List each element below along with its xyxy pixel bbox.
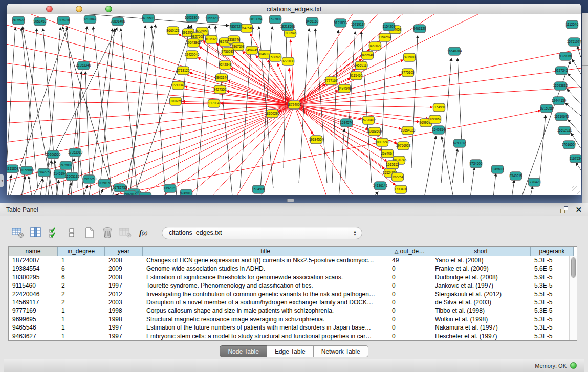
table-row[interactable]: 977716911998Corpus callosum shape and si… [9, 307, 577, 315]
graph-node[interactable]: 19218506 [280, 23, 295, 31]
graph-node[interactable]: 9756085 [222, 48, 234, 56]
graph-node[interactable]: 9465546 [361, 51, 374, 59]
graph-node[interactable]: 9245012 [180, 189, 193, 195]
graph-node[interactable]: 15720407 [361, 116, 376, 124]
minimize-window-icon[interactable] [76, 6, 82, 12]
table-row[interactable]: 1830029562008Estimation of significance … [9, 273, 577, 281]
citation-edge[interactable] [294, 14, 458, 105]
graph-node[interactable]: 9777169 [325, 77, 338, 85]
graph-node[interactable]: 8427552 [214, 85, 227, 94]
graph-node[interactable]: 1045603 [491, 165, 504, 173]
graph-node[interactable]: 11156889 [19, 166, 34, 174]
graph-edge[interactable] [62, 27, 115, 195]
graph-node[interactable]: 19654923 [401, 126, 416, 135]
graph-node[interactable]: 20206556 [46, 150, 61, 159]
graph-node[interactable]: 14136141 [373, 182, 388, 190]
graph-edge[interactable] [452, 149, 458, 183]
graph-node[interactable]: 1167534 [570, 155, 581, 163]
graph-edge[interactable] [572, 59, 581, 74]
graph-node[interactable]: 2803144 [215, 74, 228, 82]
network-window-titlebar[interactable]: citations_edges.txt [7, 4, 581, 14]
graph-node[interactable]: 17353919 [68, 148, 83, 157]
citation-edge[interactable] [294, 105, 335, 195]
graph-node[interactable]: 22420046 [185, 51, 200, 59]
graph-edge[interactable] [576, 163, 581, 170]
graph-edge[interactable] [512, 180, 514, 195]
graph-node[interactable]: 12213343 [171, 81, 186, 90]
graph-node[interactable]: 1805238 [57, 16, 70, 25]
tab-network-table[interactable]: Network Table [314, 345, 368, 357]
graph-node[interactable]: 10958167 [97, 179, 112, 187]
graph-node[interactable]: 9242848 [219, 61, 232, 69]
graph-edge[interactable] [21, 28, 38, 188]
graph-node[interactable]: 19756928 [396, 142, 411, 150]
graph-node[interactable]: 14569117 [354, 61, 368, 70]
graph-edge[interactable] [67, 28, 84, 195]
graph-node[interactable]: 7485083 [403, 53, 416, 61]
graph-node[interactable]: 16033809 [185, 14, 200, 22]
graph-node[interactable]: 917004 [208, 99, 220, 107]
graph-node[interactable]: 1733426 [395, 185, 407, 193]
table-source-select[interactable]: citations_edges.txt ▲▼ [162, 227, 362, 239]
graph-node[interactable]: 9048510 [139, 192, 152, 195]
table-row[interactable]: 946362711997Embryonic stem cells: a mode… [9, 332, 577, 340]
graph-node[interactable]: 1527802 [269, 15, 282, 24]
graph-edge[interactable] [332, 30, 338, 183]
graph-node[interactable]: 1154209 [383, 23, 396, 31]
graph-node[interactable]: 10543862 [186, 39, 201, 47]
graph-node[interactable]: 9115460 [350, 72, 363, 80]
close-panel-icon[interactable]: ✕ [575, 206, 582, 213]
graph-edge[interactable] [69, 27, 87, 195]
graph-node[interactable]: 7857224 [230, 23, 243, 31]
graph-edge[interactable] [315, 29, 327, 183]
graph-node[interactable]: 1534574 [340, 119, 353, 127]
column-header-name[interactable]: name [9, 247, 58, 256]
graph-edge[interactable] [151, 26, 166, 195]
citation-edge[interactable] [294, 65, 581, 105]
graph-node[interactable]: 1810755 [169, 97, 182, 105]
citation-edge[interactable] [299, 105, 432, 107]
rows-icon[interactable] [65, 226, 78, 239]
graph-node[interactable]: 20891406 [111, 17, 125, 26]
graph-node[interactable]: 1203847 [84, 15, 97, 24]
citation-edge[interactable] [130, 105, 294, 195]
table-row[interactable]: 1872400712008Changes of HCN gene express… [9, 256, 577, 265]
row-check-icon[interactable] [47, 226, 60, 239]
graph-node[interactable]: 21053346 [76, 61, 91, 70]
tab-node-table[interactable]: Node Table [220, 345, 267, 357]
delete-icon[interactable] [101, 226, 114, 239]
graph-node[interactable]: 8660123 [167, 27, 180, 35]
graph-node[interactable]: 8454749 [246, 46, 258, 54]
graph-node[interactable]: 9975887 [60, 161, 73, 169]
graph-node[interactable]: 8215958 [540, 104, 553, 113]
graph-node[interactable]: 18724007 [287, 101, 302, 109]
table-row[interactable]: 911546021997Tourette syndrome. Phenomeno… [9, 281, 577, 290]
table-scrollbar[interactable] [569, 256, 577, 340]
graph-node[interactable]: 8466160 [306, 17, 319, 26]
graph-edge[interactable] [381, 34, 387, 168]
graph-node[interactable]: 1112546 [566, 20, 578, 29]
graph-edge[interactable] [100, 189, 103, 195]
graph-node[interactable]: 2718120 [177, 67, 190, 75]
graph-node[interactable]: 1640954 [432, 126, 445, 134]
function-builder-icon[interactable]: f(x) [137, 226, 150, 239]
graph-node[interactable]: 9051453 [34, 17, 47, 26]
graph-node[interactable]: 12444159 [552, 97, 567, 105]
graph-edge[interactable] [568, 74, 581, 88]
table-settings-icon[interactable] [11, 226, 25, 239]
column-header-title[interactable]: title [143, 247, 388, 256]
graph-node[interactable]: 1534906 [252, 185, 265, 193]
graph-node[interactable]: 8222038 [282, 57, 295, 65]
network-view-window[interactable]: citations_edges.txt 18724007183002958660… [7, 4, 581, 195]
citation-edge[interactable] [297, 109, 313, 134]
graph-edge[interactable] [424, 136, 436, 195]
graph-node[interactable]: 12042757 [37, 168, 52, 177]
graph-node[interactable]: 17957253 [82, 175, 97, 183]
column-visibility-icon[interactable] [29, 226, 42, 239]
splitter-handle[interactable] [287, 199, 294, 202]
graph-node[interactable]: 18807249 [375, 138, 390, 146]
graph-node[interactable]: 9154991 [433, 103, 446, 112]
graph-node[interactable]: 752254 [392, 173, 404, 181]
graph-edge[interactable] [493, 173, 496, 195]
table-row[interactable]: 2242004622012Investigating the contribut… [9, 290, 577, 298]
